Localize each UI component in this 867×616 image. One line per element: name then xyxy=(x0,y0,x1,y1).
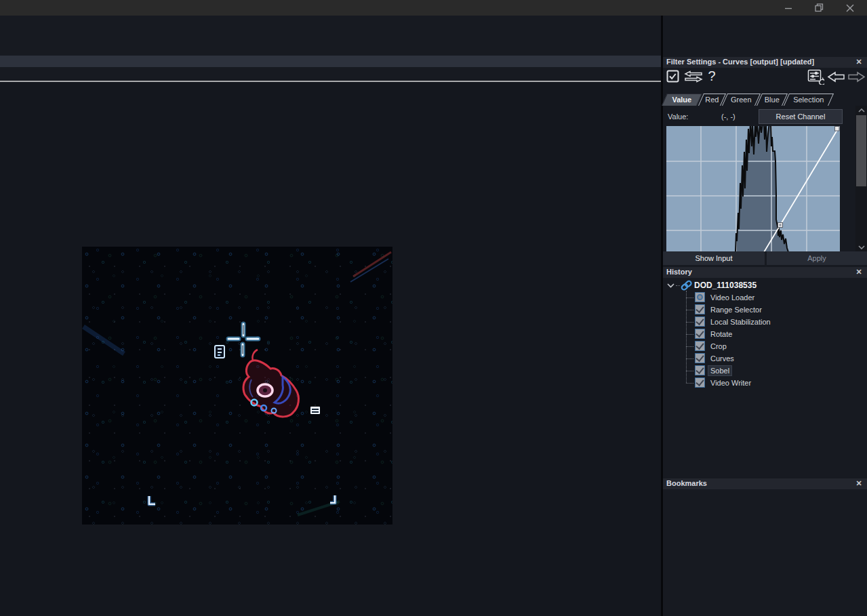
history-item-range-selector[interactable]: Range Selector xyxy=(663,304,867,316)
checkbox-checked-icon[interactable] xyxy=(695,341,705,351)
history-item-video-loader[interactable]: Video Loader xyxy=(663,291,867,304)
preset-reload-button[interactable] xyxy=(807,69,824,85)
value-label: Value: xyxy=(668,112,688,121)
filter-settings-header: Filter Settings - Curves [output] [updat… xyxy=(663,57,867,68)
checkbox-checked-icon[interactable] xyxy=(695,365,705,375)
scroll-down-button[interactable] xyxy=(855,243,867,251)
history-item-local-stabilization[interactable]: Local Stabilization xyxy=(663,316,867,328)
swap-channels-button[interactable] xyxy=(684,70,703,83)
history-item-curves[interactable]: Curves xyxy=(663,352,867,365)
window-titlebar xyxy=(0,0,867,16)
scroll-thumb[interactable] xyxy=(856,115,866,186)
tab-selection[interactable]: Selection xyxy=(784,94,834,106)
edge-overlay xyxy=(82,247,392,525)
expander-chevron-down-icon[interactable] xyxy=(667,283,674,288)
checkbox-checked-icon[interactable] xyxy=(695,304,705,314)
history-header: History ✕ xyxy=(663,267,867,278)
curve-handle-dot xyxy=(780,224,782,226)
tab-green[interactable]: Green xyxy=(722,94,761,106)
value-readout: (-, -) xyxy=(721,112,735,121)
minimize-button[interactable] xyxy=(777,0,800,16)
curve-handle-top[interactable] xyxy=(835,127,840,131)
bookmarks-title: Bookmarks xyxy=(666,479,707,487)
apply-button[interactable]: Apply xyxy=(767,251,867,265)
history-item-crop[interactable]: Crop xyxy=(663,340,867,352)
show-input-button[interactable]: Show Input xyxy=(663,251,765,265)
checkbox-checked-icon[interactable] xyxy=(695,353,705,363)
osd-equals-icon xyxy=(310,407,320,414)
restore-button[interactable] xyxy=(807,0,830,16)
crosshair-reticle xyxy=(228,324,258,355)
bookmarks-close-button[interactable]: ✕ xyxy=(854,478,864,489)
reset-channel-button[interactable]: Reset Channel xyxy=(759,109,843,124)
chevron-down-icon xyxy=(858,245,865,249)
checkbox-checked-icon xyxy=(666,70,679,83)
osd-bracket-right-icon xyxy=(330,495,335,503)
tab-value[interactable]: Value xyxy=(662,94,702,106)
chevron-up-icon xyxy=(858,108,865,112)
video-preview-frame xyxy=(82,247,392,525)
arrow-right-icon xyxy=(847,71,866,83)
close-button[interactable] xyxy=(839,0,862,16)
checkbox-checked-icon[interactable] xyxy=(695,377,705,388)
filter-panel-scrollbar[interactable] xyxy=(855,106,867,251)
filter-settings-close-button[interactable]: ✕ xyxy=(854,57,864,67)
question-mark-icon: ? xyxy=(708,68,715,84)
checkbox-checked-icon[interactable] xyxy=(695,316,705,327)
checkbox-checked-icon[interactable] xyxy=(695,329,705,339)
detected-object-outline xyxy=(243,350,298,417)
nav-back-button[interactable] xyxy=(827,71,845,83)
bookmarks-header: Bookmarks ✕ xyxy=(663,478,867,489)
history-title: History xyxy=(666,268,692,276)
arrow-left-icon xyxy=(827,71,845,83)
link-icon xyxy=(681,280,692,291)
tab-blue[interactable]: Blue xyxy=(757,94,788,106)
application-window: Filter Settings - Curves [output] [updat… xyxy=(0,0,867,616)
preset-sliders-refresh-icon xyxy=(807,69,824,85)
history-item-video-writer[interactable]: Video Writer xyxy=(663,377,867,389)
history-root-label: DOD_111038535 xyxy=(694,281,757,290)
close-icon xyxy=(846,4,854,12)
record-icon[interactable] xyxy=(695,292,705,302)
history-item-sobel[interactable]: Sobel xyxy=(663,365,867,377)
nav-forward-button[interactable] xyxy=(847,71,866,83)
help-button[interactable]: ? xyxy=(706,68,717,84)
restore-icon xyxy=(815,3,824,12)
filter-settings-title: Filter Settings - Curves [output] [updat… xyxy=(666,58,814,66)
history-item-rotate[interactable]: Rotate xyxy=(663,328,867,340)
minimize-icon xyxy=(784,4,792,12)
scroll-up-button[interactable] xyxy=(855,106,867,115)
swap-arrows-icon xyxy=(684,70,703,83)
history-root-row[interactable]: DOD_111038535 xyxy=(663,279,867,291)
filter-enable-checkbox[interactable] xyxy=(666,70,679,83)
channel-tabs: Value Red Green Blue Selection xyxy=(664,94,832,106)
curves-histogram-display[interactable] xyxy=(666,126,840,251)
osd-badge-icon xyxy=(215,346,224,358)
history-close-button[interactable]: ✕ xyxy=(854,267,864,277)
osd-bracket-left-icon xyxy=(149,496,155,504)
top-toolbar-strip xyxy=(0,56,661,67)
